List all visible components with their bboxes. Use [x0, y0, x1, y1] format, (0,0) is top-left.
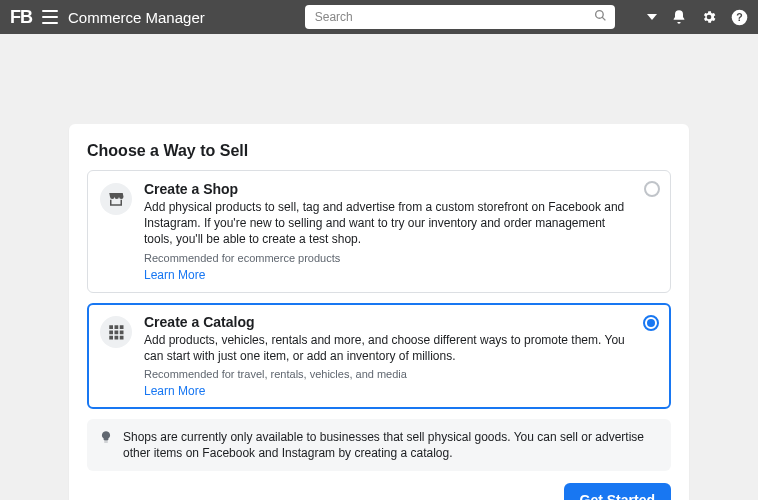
catalog-icon [100, 316, 132, 348]
bell-icon[interactable] [671, 9, 687, 25]
option-create-catalog[interactable]: Create a Catalog Add products, vehicles,… [87, 303, 671, 409]
svg-text:?: ? [736, 11, 742, 23]
search-container [305, 5, 615, 29]
info-text: Shops are currently only available to bu… [123, 429, 659, 461]
fb-logo: FB [10, 7, 32, 28]
svg-rect-12 [120, 335, 124, 339]
lightbulb-icon [99, 430, 113, 461]
radio-catalog[interactable] [643, 315, 659, 331]
option-title: Create a Shop [144, 181, 630, 197]
menu-icon[interactable] [42, 10, 58, 24]
option-recommended: Recommended for travel, rentals, vehicle… [144, 368, 630, 380]
choose-way-card: Choose a Way to Sell Create a Shop Add p… [69, 124, 689, 500]
top-bar: FB Commerce Manager ? [0, 0, 758, 34]
svg-rect-5 [115, 325, 119, 329]
app-title: Commerce Manager [68, 9, 205, 26]
option-title: Create a Catalog [144, 314, 630, 330]
svg-rect-11 [115, 335, 119, 339]
learn-more-link[interactable]: Learn More [144, 268, 630, 282]
option-recommended: Recommended for ecommerce products [144, 252, 630, 264]
help-icon[interactable]: ? [731, 9, 748, 26]
svg-rect-10 [109, 335, 113, 339]
card-footer: Get Started [87, 483, 671, 500]
option-create-shop[interactable]: Create a Shop Add physical products to s… [87, 170, 671, 293]
learn-more-link[interactable]: Learn More [144, 384, 630, 398]
shop-icon [100, 183, 132, 215]
get-started-button[interactable]: Get Started [564, 483, 671, 500]
dropdown-icon[interactable] [647, 14, 657, 20]
gear-icon[interactable] [701, 9, 717, 25]
option-body: Create a Catalog Add products, vehicles,… [144, 314, 658, 398]
card-title: Choose a Way to Sell [87, 142, 671, 160]
option-description: Add physical products to sell, tag and a… [144, 199, 630, 248]
topbar-right: ? [647, 9, 748, 26]
svg-rect-6 [120, 325, 124, 329]
info-banner: Shops are currently only available to bu… [87, 419, 671, 471]
search-input[interactable] [305, 5, 615, 29]
option-body: Create a Shop Add physical products to s… [144, 181, 658, 282]
svg-rect-7 [109, 330, 113, 334]
svg-rect-9 [120, 330, 124, 334]
svg-rect-4 [109, 325, 113, 329]
option-description: Add products, vehicles, rentals and more… [144, 332, 630, 364]
svg-rect-8 [115, 330, 119, 334]
radio-shop[interactable] [644, 181, 660, 197]
